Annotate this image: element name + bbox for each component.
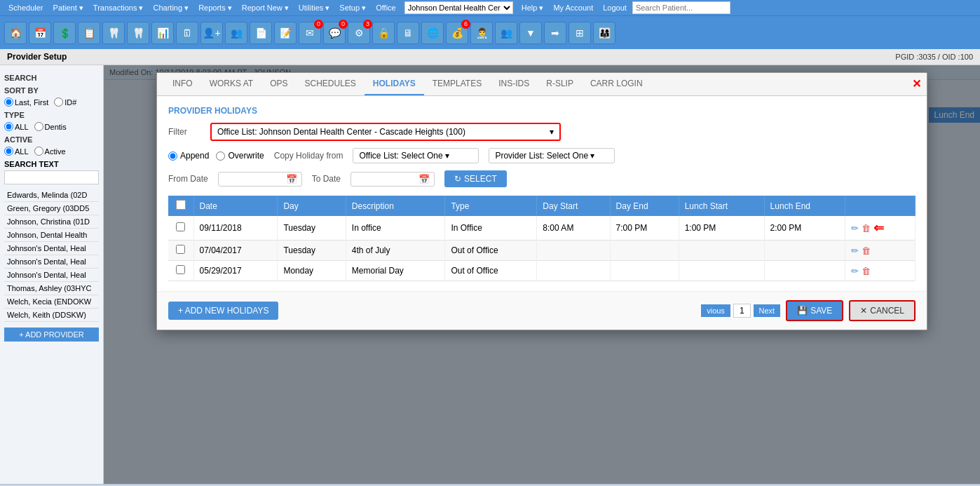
row-checkbox-1[interactable] <box>168 241 193 261</box>
sidebar-patient-item[interactable]: Welch, Kecia (ENDOKW <box>4 295 99 309</box>
delete-row-0-icon[interactable]: 🗑 <box>862 223 871 234</box>
delete-row-1-icon[interactable]: 🗑 <box>862 245 871 256</box>
arrow-right-icon[interactable]: ➡ <box>544 22 566 44</box>
ledger-icon[interactable]: 📋 <box>78 22 100 44</box>
append-radio[interactable]: Append <box>168 151 209 161</box>
nav-patient[interactable]: Patient ▾ <box>49 4 88 13</box>
edit-row-2-icon[interactable]: ✏ <box>851 266 859 276</box>
msg-icon[interactable]: 💬 0 <box>323 22 346 44</box>
home-icon[interactable]: 🏠 <box>4 22 27 44</box>
to-date-input[interactable] <box>355 174 418 184</box>
settings-icon[interactable]: ⚙ 3 <box>348 22 370 44</box>
row-checkbox-2[interactable] <box>168 261 193 281</box>
provider-list-select[interactable]: Provider List: Select One ▾ <box>489 148 615 163</box>
doc-icon[interactable]: 📄 <box>250 22 272 44</box>
tab-holidays[interactable]: HOLIDAYS <box>365 73 424 95</box>
lock-icon[interactable]: 🔒 <box>372 22 395 44</box>
office-list-select[interactable]: Office List: Select One ▾ <box>353 148 479 163</box>
tab-schedules[interactable]: SCHEDULES <box>296 73 364 95</box>
modal-close-button[interactable]: ✕ <box>912 77 921 90</box>
delete-row-2-icon[interactable]: 🗑 <box>862 266 871 276</box>
sort-last-first[interactable]: Last, First <box>4 97 48 107</box>
select-button[interactable]: ↻ SELECT <box>444 170 507 187</box>
people-icon[interactable]: 👨‍👩‍👧 <box>593 22 615 44</box>
forms-icon[interactable]: 📝 <box>274 22 297 44</box>
mail-icon[interactable]: ✉ 0 <box>299 22 321 44</box>
active-active[interactable]: Active <box>34 147 66 156</box>
th-checkbox[interactable] <box>168 196 193 216</box>
prev-page-button[interactable]: vious <box>701 304 730 317</box>
office-select[interactable]: Johnson Dental Health Cer <box>404 1 513 14</box>
save-button[interactable]: 💾 SAVE <box>786 300 843 321</box>
from-date-calendar-icon[interactable]: 📅 <box>286 174 297 184</box>
patients-icon[interactable]: 👥 <box>225 22 247 44</box>
next-page-button[interactable]: Next <box>754 304 781 317</box>
sidebar-patient-item[interactable]: Edwards, Melinda (02D <box>4 189 99 202</box>
tooth-icon[interactable]: 🦷 <box>102 22 125 44</box>
tab-ops[interactable]: OPS <box>261 73 296 95</box>
nav-help[interactable]: Help ▾ <box>517 4 548 13</box>
chart-icon[interactable]: 📊 <box>151 22 174 44</box>
page-number: 1 <box>733 304 751 318</box>
tab-templates[interactable]: TEMPLATES <box>424 73 490 95</box>
row-lunch-start-2 <box>679 261 764 281</box>
staff-icon[interactable]: 👥 <box>495 22 517 44</box>
nav-report-new[interactable]: Report New ▾ <box>238 4 293 13</box>
active-all[interactable]: ALL <box>4 147 29 156</box>
type-dentis[interactable]: Dentis <box>34 122 67 131</box>
tab-info[interactable]: INFO <box>164 73 201 95</box>
nav-setup[interactable]: Setup ▾ <box>335 4 370 13</box>
nav-utilities[interactable]: Utilities ▾ <box>294 4 334 13</box>
sidebar-patient-item[interactable]: Welch, Keith (DDSKW) <box>4 309 99 322</box>
row-day-2: Monday <box>278 261 346 281</box>
dollar-icon[interactable]: 💲 <box>53 22 76 44</box>
filter-select[interactable]: Office List: Johnson Dental Health Cente… <box>210 123 561 141</box>
holidays-table: Date Day Description Type Day Start Day … <box>168 196 916 281</box>
edit-row-1-icon[interactable]: ✏ <box>851 245 859 256</box>
tab-r-slip[interactable]: R-SLIP <box>538 73 582 95</box>
nav-transactions[interactable]: Transactions ▾ <box>89 4 148 13</box>
sidebar-patient-item[interactable]: Johnson, Christina (01D <box>4 215 99 229</box>
edit-row-0-icon[interactable]: ✏ <box>851 223 859 234</box>
nav-reports[interactable]: Reports ▾ <box>194 4 236 13</box>
scheduler-icon[interactable]: 📅 <box>29 22 51 44</box>
save-icon: 💾 <box>797 306 808 316</box>
tab-carr-login[interactable]: CARR LOGIN <box>582 73 651 95</box>
type-label: TYPE <box>4 111 99 119</box>
row-actions-1: ✏ 🗑 <box>845 241 916 261</box>
table-body: 09/11/2018 Tuesday In office In Office 8… <box>168 216 916 281</box>
overwrite-radio[interactable]: Overwrite <box>216 151 264 161</box>
nav-scheduler[interactable]: Scheduler <box>4 4 48 12</box>
sort-id[interactable]: ID# <box>54 97 76 107</box>
grid-icon[interactable]: ⊞ <box>569 22 591 44</box>
provider-icon[interactable]: 👨‍⚕️ <box>470 22 493 44</box>
monitor-icon[interactable]: 🖥 <box>397 22 419 44</box>
nav-logout[interactable]: Logout <box>599 4 631 12</box>
sidebar-patient-item[interactable]: Johnson's Dental, Heal <box>4 269 99 282</box>
dropdown-icon[interactable]: ▼ <box>519 22 542 44</box>
type-all[interactable]: ALL <box>4 122 29 131</box>
sidebar-patient-item[interactable]: Johnson's Dental, Heal <box>4 242 99 255</box>
add-new-holidays-button[interactable]: + ADD NEW HOLIDAYS <box>168 302 278 320</box>
sidebar-patient-item[interactable]: Johnson, Dental Health <box>4 229 99 242</box>
sidebar-patient-item[interactable]: Johnson's Dental, Heal <box>4 255 99 269</box>
row-checkbox-0[interactable] <box>168 216 193 241</box>
calendar-icon[interactable]: 🗓 <box>176 22 198 44</box>
tab-ins-ids[interactable]: INS-IDS <box>490 73 538 95</box>
from-date-input[interactable] <box>223 174 286 184</box>
add-provider-button[interactable]: + ADD PROVIDER <box>4 328 99 342</box>
cancel-button[interactable]: ✕ CANCEL <box>849 300 916 321</box>
tooth2-icon[interactable]: 🦷 <box>127 22 149 44</box>
sidebar-patient-item[interactable]: Green, Gregory (03DD5 <box>4 202 99 215</box>
globe-icon[interactable]: 🌐 <box>421 22 444 44</box>
sidebar-search-input[interactable] <box>4 170 99 184</box>
nav-charting[interactable]: Charting ▾ <box>149 4 193 13</box>
finance-icon[interactable]: 💰 6 <box>446 22 468 44</box>
tab-works-at[interactable]: WORKS AT <box>201 73 261 95</box>
patient-search-input[interactable] <box>632 1 730 14</box>
sidebar-patient-item[interactable]: Thomas, Ashley (03HYC <box>4 282 99 295</box>
to-date-calendar-icon[interactable]: 📅 <box>418 174 430 184</box>
nav-my-account[interactable]: My Account <box>549 4 597 12</box>
add-patient-icon[interactable]: 👤+ <box>200 22 223 44</box>
row-lunch-end-0: 2:00 PM <box>764 216 845 241</box>
